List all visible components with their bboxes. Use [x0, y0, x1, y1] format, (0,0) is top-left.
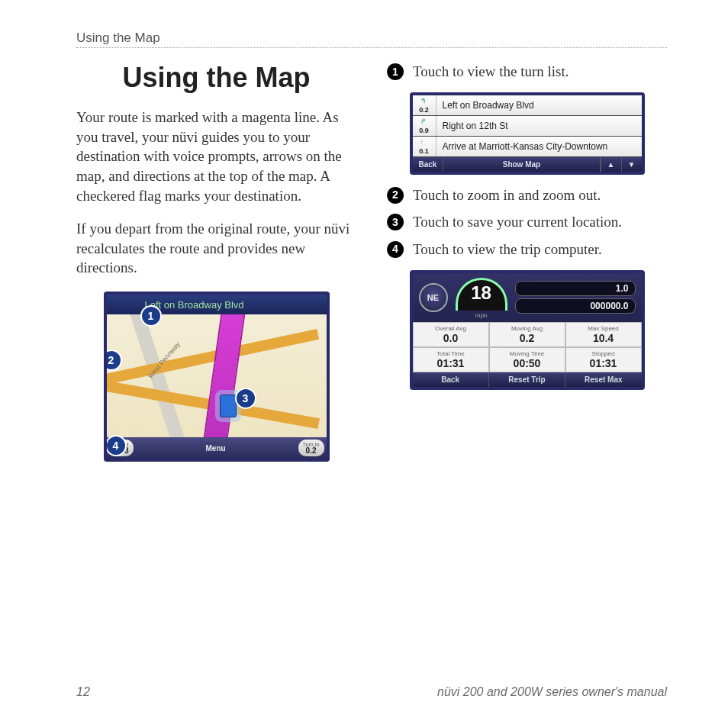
- body-paragraph-1: Your route is marked with a magenta line…: [76, 108, 356, 205]
- back-button[interactable]: Back: [413, 372, 489, 387]
- speed-unit: mph: [456, 312, 507, 319]
- max-speed-cell: Max Speed10.4: [565, 322, 642, 347]
- callout-number-icon: 2: [387, 187, 404, 204]
- turn-in-pill[interactable]: Turn In 0.2: [298, 440, 324, 456]
- turn-right-icon: ↱: [420, 118, 428, 125]
- marker-4-icon: 4: [105, 435, 127, 456]
- turn-list-row[interactable]: ↑0.1 Arrive at Marriott-Kansas City-Down…: [413, 137, 642, 157]
- turn-left-icon: ↰: [420, 97, 428, 105]
- callout-text: Touch to view the turn list.: [413, 62, 569, 82]
- menu-button[interactable]: Menu: [136, 437, 296, 459]
- moving-time-cell: Moving Time00:50: [489, 347, 565, 372]
- scroll-down-button[interactable]: ▼: [621, 157, 642, 172]
- trip-distance: 1.0: [515, 281, 636, 296]
- trip-computer-screenshot: NE 18 mph 1.0 000000.0 Overall Avg0.0 Mo…: [410, 270, 645, 390]
- turn-list-row[interactable]: ↰0.2 Left on Broadway Blvd: [413, 95, 642, 116]
- total-time-cell: Total Time01:31: [413, 347, 489, 372]
- stopped-cell: Stopped01:31: [565, 347, 642, 372]
- map-canvas: West Pennway: [107, 314, 327, 437]
- reset-max-button[interactable]: Reset Max: [565, 372, 641, 387]
- speed-value: 18: [456, 282, 507, 304]
- back-button[interactable]: Back: [413, 157, 444, 172]
- running-header: Using the Map: [76, 31, 667, 48]
- callout-text: Touch to view the trip computer.: [413, 240, 602, 259]
- callout-text: Touch to zoom in and zoom out.: [413, 185, 601, 205]
- callout-number-icon: 3: [387, 214, 404, 230]
- moving-avg-cell: Moving Avg0.2: [489, 322, 565, 347]
- turn-list-screenshot: ↰0.2 Left on Broadway Blvd ↱0.9 Right on…: [410, 92, 645, 175]
- vehicle-icon[interactable]: [220, 395, 237, 417]
- page-title: Using the Map: [76, 62, 356, 94]
- map-bottom-bar: Arrival 1:43 Menu Turn In 0.2: [107, 437, 327, 459]
- show-map-button[interactable]: Show Map: [443, 157, 600, 172]
- marker-3-icon: 3: [235, 388, 256, 409]
- callout-1: 1 Touch to view the turn list.: [387, 62, 667, 82]
- callout-text: Touch to save your current location.: [413, 212, 622, 232]
- callout-number-icon: 1: [387, 63, 404, 80]
- scroll-up-button[interactable]: ▲: [601, 157, 621, 172]
- compass-icon[interactable]: NE: [419, 283, 448, 312]
- turn-list-row[interactable]: ↱0.9 Right on 12th St: [413, 116, 642, 137]
- map-direction-bar[interactable]: Left on Broadway Blvd: [107, 295, 327, 314]
- callout-2: 2 Touch to zoom in and zoom out.: [387, 185, 667, 205]
- body-paragraph-2: If you depart from the original route, y…: [76, 219, 356, 278]
- callout-4: 4 Touch to view the trip computer.: [387, 240, 667, 259]
- marker-1-icon: 1: [140, 305, 162, 327]
- reset-trip-button[interactable]: Reset Trip: [489, 372, 565, 387]
- overall-avg-cell: Overall Avg0.0: [413, 322, 489, 347]
- route-line: [198, 314, 246, 437]
- book-title-footer: nüvi 200 and 200W series owner's manual: [437, 685, 667, 699]
- map-screenshot: Left on Broadway Blvd West Pennway Arriv…: [104, 292, 330, 462]
- callout-3: 3 Touch to save your current location.: [387, 212, 667, 232]
- page-number: 12: [76, 685, 90, 699]
- odometer: 000000.0: [515, 298, 636, 314]
- callout-number-icon: 4: [387, 241, 404, 258]
- speed-gauge: 18 mph: [456, 278, 507, 317]
- arrive-icon: ↑: [420, 138, 428, 146]
